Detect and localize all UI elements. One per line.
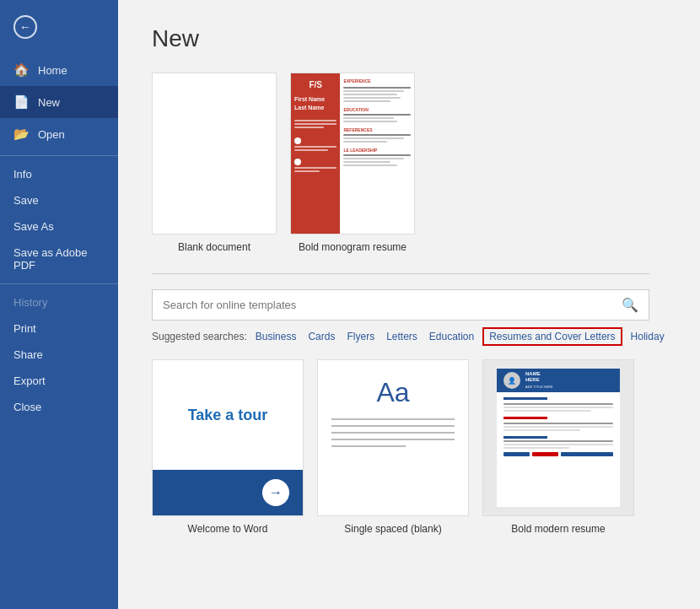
bottom-templates-row: Take a tour → Welcome to Word Aa [152,359,675,535]
sidebar-item-share[interactable]: Share [0,342,118,368]
sidebar-item-new[interactable]: 📄 New [0,86,118,118]
top-templates-row: Blank document F/S First NameLast Name [152,73,675,253]
suggested-tag-letters[interactable]: Letters [383,329,421,344]
home-icon: 🏠 [13,62,30,78]
suggested-tag-education[interactable]: Education [426,329,477,344]
sidebar-item-info[interactable]: Info [0,161,118,187]
search-box: 🔍 [152,289,649,321]
resume-name-block: NAMEHEREADD TITLE HERE [525,371,553,390]
sidebar-item-print[interactable]: Print [0,315,118,342]
search-button[interactable]: 🔍 [611,290,649,320]
sidebar-item-save-as[interactable]: Save As [0,213,118,240]
blank-document-thumb [152,73,277,234]
suggested-tag-business[interactable]: Business [252,329,300,344]
sidebar-item-home[interactable]: 🏠 Home [0,54,118,86]
welcome-to-word-thumb: Take a tour → [152,359,304,516]
single-spaced-card[interactable]: Aa Single spaced (blank) [317,359,469,535]
sidebar-item-history: History [0,289,118,315]
sidebar-item-export[interactable]: Export [0,368,118,394]
resume-left-bar: F/S First NameLast Name [291,73,340,234]
bold-monogram-label: Bold monogram resume [299,241,407,253]
search-input[interactable] [153,291,611,319]
resume-right-content: EXPERIENCE EDUCATION REFERENCES [340,73,414,234]
suggested-searches-row: Suggested searches: Business Cards Flyer… [152,327,675,346]
back-button[interactable]: ← [0,0,118,54]
sidebar-item-open[interactable]: 📂 Open [0,118,118,150]
single-spaced-thumb: Aa [317,359,469,516]
suggested-tag-cards[interactable]: Cards [304,329,338,344]
sidebar-item-save[interactable]: Save [0,187,118,213]
page-title: New [152,25,675,52]
main-content: New Blank document F/S First NameLast Na… [118,0,700,609]
sidebar-item-save-as-pdf[interactable]: Save as Adobe PDF [0,240,118,278]
blank-document-card[interactable]: Blank document [152,73,277,253]
single-spaced-lines [331,418,455,452]
welcome-to-word-card[interactable]: Take a tour → Welcome to Word [152,359,304,535]
suggested-label: Suggested searches: [152,331,247,342]
suggested-tag-flyers[interactable]: Flyers [343,329,378,344]
blank-document-label: Blank document [178,241,250,253]
bold-monogram-resume-thumb: F/S First NameLast Name [290,73,415,234]
bold-monogram-resume-card[interactable]: F/S First NameLast Name [290,73,415,253]
single-spaced-label: Single spaced (blank) [344,523,441,535]
sidebar-item-close[interactable]: Close [0,394,118,420]
arrow-right-icon: → [262,479,289,506]
sidebar: ← 🏠 Home 📄 New 📂 Open Info Save Save As … [0,0,118,609]
single-spaced-aa: Aa [376,377,409,408]
search-section: 🔍 Suggested searches: Business Cards Fly… [152,289,675,346]
bold-modern-resume-thumb: 👤 NAMEHEREADD TITLE HERE [482,359,634,516]
bold-modern-resume-label: Bold modern resume [511,523,605,535]
open-folder-icon: 📂 [13,127,30,142]
bold-modern-resume-card[interactable]: 👤 NAMEHEREADD TITLE HERE [482,359,634,535]
resume-initials: F/S [294,80,337,89]
back-circle-icon: ← [13,15,37,39]
new-doc-icon: 📄 [13,94,30,110]
resume-avatar: 👤 [503,372,520,389]
welcome-text: Take a tour [175,393,282,438]
suggested-tag-resumes[interactable]: Resumes and Cover Letters [482,327,622,346]
welcome-to-word-label: Welcome to Word [188,523,268,535]
suggested-tag-holiday[interactable]: Holiday [627,329,668,344]
